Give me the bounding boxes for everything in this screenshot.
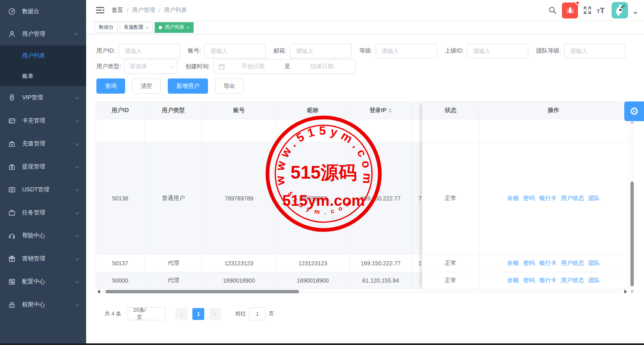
next-page-button[interactable]: › [209,308,221,320]
account-input[interactable] [204,44,266,58]
bug-report-button[interactable] [562,2,578,18]
sidebar-item-permission-center[interactable]: 权限中心 [0,293,86,316]
horizontal-scrollbar[interactable] [97,289,627,294]
date-range-separator: 至 [281,63,294,70]
sidebar-item-help-center[interactable]: 帮助中心 [0,224,86,247]
close-icon[interactable]: × [146,25,148,30]
team-link[interactable]: 团队 [589,195,600,202]
cell-actions [480,119,628,142]
search-icon[interactable] [548,6,557,14]
column-header-user-type[interactable]: 用户类型 [145,102,202,119]
team-level-input[interactable] [564,44,626,58]
level-input[interactable] [376,44,437,58]
export-button[interactable]: 导出 [215,78,244,94]
vertical-scroll-thumb[interactable] [630,182,634,286]
cell-user-id: 50138 [96,143,145,254]
column-header-nickname[interactable]: 昵称 [276,102,350,119]
user-icon [8,30,16,38]
add-user-button[interactable]: 新增用户 [168,78,208,94]
balance-link[interactable]: 余额 [507,277,519,284]
start-date-placeholder[interactable]: 开始日期 [225,63,281,70]
horizontal-scroll-track[interactable] [101,290,623,294]
font-size-icon[interactable]: TT [597,7,605,14]
page-size-select[interactable]: 20条/页 [128,307,166,320]
sidebar-item-user-list[interactable]: 用户列表 [0,46,86,66]
sidebar-item-deposit[interactable]: 充值管理 [0,132,86,155]
sidebar-item-card-recharge[interactable]: 卡充管理 [0,109,86,132]
parent-id-input[interactable] [467,44,528,58]
main-area: 首页 / 用户管理 / 用户列表 [86,0,644,345]
bank-card-link[interactable]: 银行卡 [539,277,557,284]
table-header-row-fixed: 状态 操作 [422,102,628,119]
sort-desc-icon[interactable] [388,111,392,113]
avatar[interactable] [612,2,628,18]
bank-card-link[interactable]: 银行卡 [539,260,557,267]
jump-prefix: 前往 [235,310,246,317]
tab-service-config[interactable]: 客服配置 × [120,22,153,33]
team-link[interactable]: 团队 [589,277,600,284]
team-link[interactable]: 团队 [589,260,600,267]
jump-page-input[interactable] [249,307,265,320]
sidebar-item-tasks[interactable]: 任务管理 [0,201,86,224]
sort-asc-icon[interactable] [388,108,392,110]
vertical-scroll-track[interactable] [630,125,634,289]
tab-user-list[interactable]: 用户列表 × [155,22,193,33]
scroll-up-arrow[interactable] [630,121,634,124]
briefcase-icon [8,209,16,216]
user-status-link[interactable]: 用户状态 [561,260,584,267]
email-input[interactable] [290,44,352,58]
search-button[interactable]: 查询 [96,78,125,94]
breadcrumb-home[interactable]: 首页 [112,7,123,14]
sidebar-item-usdt[interactable]: USDT管理 [0,178,86,201]
horizontal-scroll-thumb[interactable] [105,290,299,293]
column-header-status[interactable]: 状态 [422,102,480,119]
breadcrumb-user-management[interactable]: 用户管理 [132,7,155,14]
config-icon [8,278,16,285]
sidebar-item-vip[interactable]: VIP管理 [0,86,86,109]
fixed-row[interactable]: 正常 余额 密码 银行卡 用户状态 团队 [422,255,628,272]
password-link[interactable]: 密码 [523,277,535,284]
settings-flyout-button[interactable]: ⚙ [624,101,644,121]
column-header-user-id[interactable]: 用户ID [96,102,145,119]
sidebar-item-marketing[interactable]: 营销管理 [0,247,86,270]
scroll-right-arrow[interactable] [624,290,627,294]
fixed-row[interactable]: 正常 余额 密码 银行卡 用户状态 团队 [422,272,628,289]
date-range-picker[interactable]: 开始日期 至 结束日期 [213,59,356,74]
password-link[interactable]: 密码 [523,260,535,267]
cell-nickname: 1890018900 [276,272,350,288]
page-number-1[interactable]: 1 [192,308,204,320]
sidebar-item-dashboard[interactable]: 数据台 [0,0,86,23]
tab-dashboard[interactable]: 数据台 [95,22,118,33]
sidebar-item-withdraw[interactable]: 提现管理 [0,155,86,178]
user-id-input[interactable] [119,44,180,58]
balance-link[interactable]: 余额 [507,195,519,202]
column-header-account[interactable]: 账号 [202,102,276,119]
end-date-placeholder[interactable]: 结束日期 [294,63,350,70]
user-status-link[interactable]: 用户状态 [561,277,584,284]
user-type-select[interactable]: 请选择 [124,59,178,74]
sort-icons[interactable] [388,108,392,113]
scroll-left-arrow[interactable] [97,290,100,294]
cell-account: 789789789 [202,143,276,254]
scroll-down-arrow[interactable] [630,290,634,293]
bank-card-link[interactable]: 银行卡 [539,195,557,202]
column-header-login-ip[interactable]: 登录IP [350,102,412,119]
fixed-row[interactable]: 正常 余额 密码 银行卡 用户状态 团队 [422,143,628,255]
sidebar-item-config-center[interactable]: 配置中心 [0,270,86,293]
clear-button[interactable]: 清空 [132,78,161,94]
sidebar-item-label: 帮助中心 [22,232,75,239]
caret-down-icon[interactable] [633,12,637,14]
column-header-actions: 操作 [480,102,628,119]
prev-page-button[interactable]: ‹ [176,308,187,320]
password-link[interactable]: 密码 [523,195,535,202]
fullscreen-icon[interactable] [583,6,591,14]
balance-link[interactable]: 余额 [507,260,519,267]
hamburger-icon[interactable] [96,7,104,14]
user-status-link[interactable]: 用户状态 [561,195,584,202]
sidebar-item-bills[interactable]: 账单 [0,66,86,86]
close-icon[interactable]: × [187,25,189,30]
vertical-scrollbar[interactable] [630,121,634,293]
action-buttons: 查询 清空 新增用户 导出 [96,78,251,94]
sidebar-item-user-management[interactable]: 用户管理 [0,23,86,46]
fixed-row[interactable] [422,119,628,143]
